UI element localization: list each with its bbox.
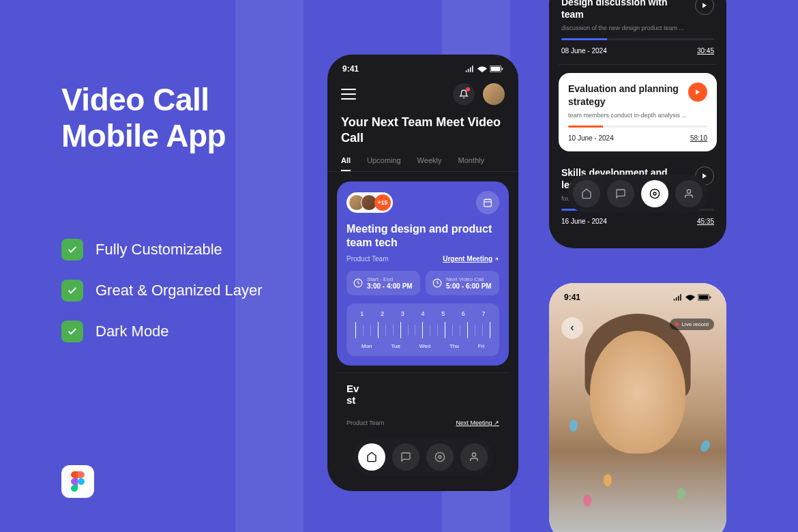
next-meeting-link[interactable]: Next Meeting ↗ <box>456 419 499 426</box>
week-day: Mon <box>361 343 372 349</box>
svg-rect-20 <box>699 295 709 299</box>
feature-list: Fully Customizable Great & Organized Lay… <box>61 239 263 361</box>
recording-duration: 30:45 <box>697 47 714 55</box>
check-icon <box>61 321 83 342</box>
recording-card[interactable]: Skills development and learning foc 16 J… <box>559 160 717 235</box>
feature-label: Fully Customizable <box>95 241 222 258</box>
feature-label: Great & Organized Layer <box>95 282 263 299</box>
headline-line2: Mobile App <box>61 118 226 154</box>
time-label: Next Video Call <box>446 276 492 282</box>
feature-item: Dark Mode <box>61 321 263 342</box>
page-title: Your Next Team Meet Video Call <box>327 115 518 152</box>
tabs: All Upcoming Weekly Monthly <box>327 152 518 172</box>
feature-item: Great & Organized Layer <box>61 280 263 301</box>
bottom-nav <box>353 438 493 476</box>
week-ticks <box>352 321 494 339</box>
week-num: 7 <box>482 310 486 317</box>
menu-button[interactable] <box>341 89 356 100</box>
tab-upcoming[interactable]: Upcoming <box>367 156 401 171</box>
tab-all[interactable]: All <box>341 156 351 171</box>
phone-video-call-screen: 9:41 Live record <box>549 283 726 532</box>
play-button[interactable] <box>695 0 714 15</box>
status-bar: 9:41 <box>549 283 726 306</box>
bottom-nav <box>567 175 708 213</box>
time-box-start-end: Start - End3:00 - 4:00 PM <box>346 271 420 295</box>
nav-profile-button[interactable] <box>460 443 488 471</box>
feature-label: Dark Mode <box>95 323 169 340</box>
calendar-button[interactable] <box>476 191 499 214</box>
svg-rect-3 <box>484 199 492 207</box>
status-bar: 9:41 <box>327 55 518 78</box>
status-icons <box>673 293 711 302</box>
play-button[interactable] <box>688 83 707 102</box>
svg-rect-2 <box>502 68 503 70</box>
clock-icon <box>432 278 442 288</box>
week-num: 4 <box>421 310 424 317</box>
team-label: Product Team <box>346 419 384 426</box>
nav-home-button[interactable] <box>358 443 385 471</box>
svg-rect-1 <box>491 67 501 71</box>
nav-record-button[interactable] <box>426 443 454 471</box>
phone-recordings-screen: Design discussion with team discussion o… <box>549 0 726 248</box>
svg-point-17 <box>653 192 656 195</box>
recording-desc: discussion of the new design product tea… <box>561 25 714 31</box>
svg-marker-13 <box>703 3 707 8</box>
recording-date: 10 June - 2024 <box>568 134 614 142</box>
nav-chat-button[interactable] <box>607 180 634 207</box>
team-label: Product Team <box>346 255 389 263</box>
notification-dot-icon <box>466 87 470 91</box>
recording-duration: 58:10 <box>690 134 707 142</box>
tab-weekly[interactable]: Weekly <box>417 156 442 171</box>
tab-monthly[interactable]: Monthly <box>458 156 484 171</box>
recording-card[interactable]: Design discussion with team discussion o… <box>559 0 717 65</box>
partial-title: Evst <box>346 383 499 406</box>
recording-desc: team members conduct in-depth analysis .… <box>568 112 707 119</box>
clock-icon <box>353 278 363 288</box>
check-icon <box>61 239 83 261</box>
participant-count-badge: +15 <box>374 194 391 211</box>
check-icon <box>61 280 83 301</box>
week-day: Thu <box>449 343 459 349</box>
recording-card[interactable]: Evaluation and planning strategy team me… <box>559 73 717 151</box>
notifications-button[interactable] <box>453 83 475 105</box>
svg-point-16 <box>650 189 659 198</box>
week-num: 2 <box>381 310 384 317</box>
svg-marker-14 <box>696 90 700 95</box>
recording-title: Evaluation and planning strategy <box>568 83 681 107</box>
topbar <box>327 78 518 115</box>
meeting-title: Meeting design and product team tech <box>346 222 499 250</box>
participant-avatars[interactable]: +15 <box>346 192 393 213</box>
headline: Video Call Mobile App <box>61 82 226 154</box>
recording-date: 08 June - 2024 <box>561 47 607 55</box>
nav-profile-button[interactable] <box>675 180 703 207</box>
nav-home-button[interactable] <box>573 180 600 207</box>
avatar[interactable] <box>483 83 505 105</box>
status-time: 9:41 <box>342 64 359 74</box>
week-num: 5 <box>441 310 445 317</box>
meeting-card-partial[interactable]: Evst Product Team Next Meeting ↗ <box>337 372 509 436</box>
live-dot-icon <box>675 323 679 326</box>
week-day: Tue <box>391 343 400 349</box>
meeting-card[interactable]: +15 Meeting design and product team tech… <box>337 181 509 366</box>
recording-progress[interactable] <box>561 38 714 40</box>
nav-chat-button[interactable] <box>392 443 419 471</box>
recording-date: 16 June - 2024 <box>561 218 607 225</box>
svg-marker-15 <box>703 173 707 179</box>
time-label: Start - End <box>367 276 413 282</box>
week-num: 1 <box>360 310 364 317</box>
svg-point-12 <box>472 453 475 456</box>
nav-record-button[interactable] <box>641 180 668 207</box>
recording-progress[interactable] <box>568 125 707 128</box>
headline-line1: Video Call <box>61 82 226 118</box>
week-calendar[interactable]: 1 2 3 4 5 6 7 Mon Tue Wed Thu <box>346 304 499 356</box>
phone-home-screen: 9:41 Your Next Team Meet Video Call All … <box>327 55 518 491</box>
figma-icon <box>61 465 94 498</box>
svg-point-10 <box>435 452 444 461</box>
svg-point-18 <box>687 190 690 193</box>
status-time: 9:41 <box>564 293 580 302</box>
week-day: Fri <box>478 343 484 349</box>
back-button[interactable] <box>561 317 583 339</box>
week-day: Wed <box>419 343 430 349</box>
urgent-link[interactable]: Urgent Meeting <box>443 255 499 263</box>
recording-duration: 45:35 <box>697 218 714 225</box>
